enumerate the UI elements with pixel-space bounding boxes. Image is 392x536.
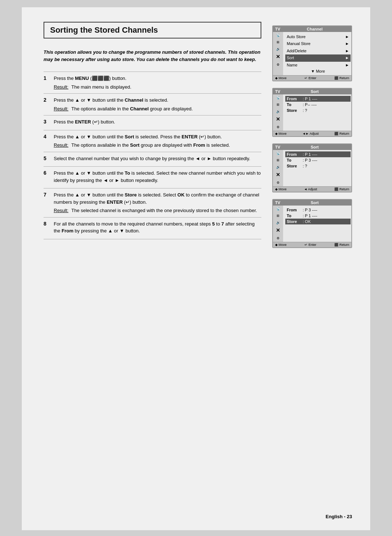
tv-label-3: TV bbox=[275, 145, 280, 149]
step-3: 3 Press the ENTER (↵) button. bbox=[44, 115, 261, 130]
step-5-text: Select the channel number that you wish … bbox=[54, 155, 261, 162]
tv-icon-speaker-3: 🔊 bbox=[276, 165, 280, 169]
step-content-1: Press the MENU (⬛⬛⬛) button. Result: The… bbox=[54, 75, 261, 90]
tv-screen-2-footer: ◆ Move ◄► Adjust ⬛ Return bbox=[273, 131, 351, 136]
tv-screen-1-header: TV Channel bbox=[273, 26, 351, 32]
result-text-4: The options available in the Sort group … bbox=[71, 142, 230, 149]
step-number-4: 4 bbox=[44, 133, 49, 149]
step-7-text: Press the ▲ or ▼ button until the Store … bbox=[54, 191, 261, 206]
tv-screen-1-body: 📡 ⊞ 🔊 ✕ ⚙ Auto Store► Manual Store► bbox=[273, 32, 351, 75]
tv-screen-3-title: Sort bbox=[311, 145, 319, 149]
step-content-7: Press the ▲ or ▼ button until the Store … bbox=[54, 191, 261, 214]
left-column: Sorting the Stored Channels This operati… bbox=[44, 22, 261, 248]
step-2-text: Press the ▲ or ▼ button until the Channe… bbox=[54, 97, 261, 104]
tv-screen-4-menu: From : P 3 ---- To : P 1 ---- Store : OK bbox=[285, 206, 351, 242]
tv-icon-x-2: ✕ bbox=[276, 116, 280, 122]
step-8-text: For all the channels to move to the requ… bbox=[54, 220, 261, 235]
tv-screen-3-sidebar: 📡 ⊞ 🔊 ✕ ⚙ bbox=[273, 150, 283, 186]
tv-footer-move-1: ◆ Move bbox=[275, 76, 287, 80]
tv-screen-2-sidebar: 📡 ⊞ 🔊 ✕ ⚙ bbox=[273, 94, 283, 131]
step-6-text: Press the ▲ or ▼ button until the To is … bbox=[54, 170, 261, 184]
tv-footer-return-2: ⬛ Return bbox=[334, 132, 349, 135]
page-footer: English - 23 bbox=[326, 514, 352, 519]
step-2: 2 Press the ▲ or ▼ button until the Chan… bbox=[44, 93, 261, 115]
step-number-6: 6 bbox=[44, 170, 49, 185]
step-5: 5 Select the channel number that you wis… bbox=[44, 152, 261, 167]
menu-row-manualstore: Manual Store► bbox=[287, 40, 349, 47]
tv-footer-adjust-2: ◄► Adjust bbox=[302, 132, 319, 135]
result-text-2: The options available in the Channel gro… bbox=[71, 105, 193, 113]
tv-screen-3-footer: ◆ Move ◄ Adjust ⬛ Return bbox=[273, 186, 351, 192]
step-1: 1 Press the MENU (⬛⬛⬛) button. Result: T… bbox=[44, 72, 261, 93]
step-4: 4 Press the ▲ or ▼ button until the Sort… bbox=[44, 130, 261, 152]
tv-screen-4-title: Sort bbox=[311, 200, 319, 205]
tv-screen-1-footer: ◆ Move ↵ Enter ⬛ Return bbox=[273, 75, 351, 81]
result-label-7: Result: bbox=[54, 207, 68, 214]
sort-row-store-3: Store : ? bbox=[287, 163, 349, 169]
sort-row-to-4: To : P 1 ---- bbox=[287, 213, 349, 219]
tv-screen-4: TV Sort 📡 ⊞ 🔊 ✕ ⚙ From : bbox=[272, 199, 352, 248]
page: Sorting the Stored Channels This operati… bbox=[22, 7, 370, 530]
intro-text: This operation allows you to change the … bbox=[44, 49, 261, 63]
step-6: 6 Press the ▲ or ▼ button until the To i… bbox=[44, 166, 261, 188]
step-content-8: For all the channels to move to the requ… bbox=[54, 220, 261, 236]
tv-screen-2-menu: From : P 1 ---- To : P-- ---- Store : ? bbox=[285, 94, 351, 131]
step-content-5: Select the channel number that you wish … bbox=[54, 155, 261, 164]
page-title: Sorting the Stored Channels bbox=[50, 25, 255, 35]
result-label-2: Result: bbox=[54, 105, 68, 113]
tv-icon-settings-4: ⚙ bbox=[277, 236, 279, 240]
tv-icon-grid-2: ⊞ bbox=[277, 103, 279, 107]
step-number-7: 7 bbox=[44, 191, 49, 214]
tv-label-2: TV bbox=[275, 89, 280, 94]
tv-icon-x-4: ✕ bbox=[276, 227, 280, 234]
tv-screen-1: TV Channel 📡 ⊞ 🔊 ✕ ⚙ Auto Store► bbox=[272, 25, 352, 81]
tv-screen-1-title: Channel bbox=[307, 27, 322, 31]
menu-row-autostore: Auto Store► bbox=[287, 33, 349, 40]
steps-list: 1 Press the MENU (⬛⬛⬛) button. Result: T… bbox=[44, 72, 261, 239]
sort-row-store-4: Store : OK bbox=[285, 219, 351, 224]
step-number-2: 2 bbox=[44, 97, 49, 112]
tv-icon-x-3: ✕ bbox=[276, 172, 280, 178]
result-text-1: The main menu is displayed. bbox=[71, 84, 131, 91]
tv-screen-4-footer: ◆ Move ↵ Enter ⬛ Return bbox=[273, 242, 351, 247]
sort-row-to-3: To : P 3 ---- bbox=[287, 157, 349, 163]
sort-row-to-2: To : P-- ---- bbox=[287, 102, 349, 107]
tv-icon-grid-4: ⊞ bbox=[277, 214, 279, 218]
tv-footer-move-2: ◆ Move bbox=[275, 132, 287, 135]
tv-icon-antenna: 📡 bbox=[276, 33, 280, 37]
step-number-3: 3 bbox=[44, 118, 49, 127]
result-label-1: Result: bbox=[54, 84, 68, 91]
tv-footer-return-4: ⬛ Return bbox=[334, 243, 349, 247]
tv-label-4: TV bbox=[275, 200, 280, 205]
tv-icon-settings-3: ⚙ bbox=[277, 181, 279, 185]
tv-screen-3-body: 📡 ⊞ 🔊 ✕ ⚙ From : P 1 ---- To : P bbox=[273, 150, 351, 186]
step-8: 8 For all the channels to move to the re… bbox=[44, 217, 261, 239]
tv-screen-1-sidebar: 📡 ⊞ 🔊 ✕ ⚙ bbox=[273, 32, 283, 75]
tv-label-1: TV bbox=[275, 27, 280, 31]
tv-icon-antenna-3: 📡 bbox=[276, 151, 280, 155]
page-number: English - 23 bbox=[326, 514, 352, 519]
tv-screen-3: TV Sort 📡 ⊞ 🔊 ✕ ⚙ From : bbox=[272, 143, 352, 192]
tv-icon-speaker: 🔊 bbox=[276, 47, 280, 51]
tv-icon-antenna-2: 📡 bbox=[276, 96, 280, 100]
tv-screen-2: TV Sort 📡 ⊞ 🔊 ✕ ⚙ From : bbox=[272, 88, 352, 137]
step-7: 7 Press the ▲ or ▼ button until the Stor… bbox=[44, 188, 261, 217]
step-3-text: Press the ENTER (↵) button. bbox=[54, 118, 261, 126]
step-4-text: Press the ▲ or ▼ button until the Sort i… bbox=[54, 133, 261, 141]
tv-screen-3-menu: From : P 1 ---- To : P 3 ---- Store : ? bbox=[285, 150, 351, 186]
menu-row-name: Name► bbox=[287, 62, 349, 69]
sort-row-from-3: From : P 1 ---- bbox=[285, 151, 351, 157]
tv-icon-speaker-4: 🔊 bbox=[276, 221, 280, 225]
tv-footer-adjust-3: ◄ Adjust bbox=[304, 187, 317, 191]
menu-row-adddelete: Add/Delete► bbox=[287, 48, 349, 54]
step-number-1: 1 bbox=[44, 75, 49, 90]
result-text-7: The selected channel is exchanged with t… bbox=[71, 207, 257, 214]
step-number-8: 8 bbox=[44, 220, 49, 236]
tv-icon-settings-2: ⚙ bbox=[277, 125, 279, 129]
step-1-text: Press the MENU (⬛⬛⬛) button. bbox=[54, 75, 261, 82]
tv-icon-antenna-4: 📡 bbox=[276, 207, 280, 211]
menu-row-sort: Sort► bbox=[285, 54, 351, 61]
tv-screen-2-header: TV Sort bbox=[273, 89, 351, 94]
step-content-2: Press the ▲ or ▼ button until the Channe… bbox=[54, 97, 261, 112]
tv-icon-settings: ⚙ bbox=[277, 63, 279, 67]
